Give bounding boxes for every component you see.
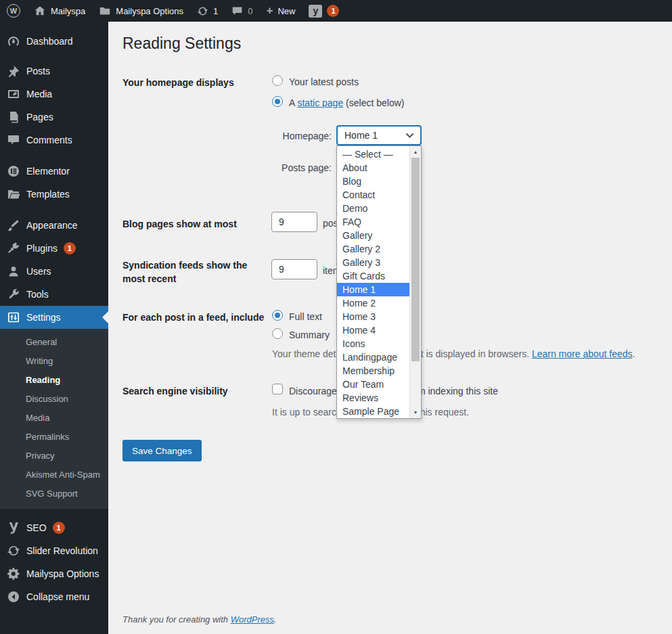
sidebar-item-label: Settings xyxy=(26,311,61,323)
feed-description: Your theme determines how content is dis… xyxy=(272,348,635,360)
new-label: New xyxy=(277,6,295,16)
update-count: 1 xyxy=(213,6,218,16)
yoast-badge: 1 xyxy=(327,5,339,17)
wp-logo-menu[interactable]: W xyxy=(0,0,27,22)
scroll-down-button[interactable]: ▼ xyxy=(410,407,421,418)
dropdown-option[interactable]: FAQ xyxy=(337,215,409,229)
dropdown-option[interactable]: Gallery 2 xyxy=(337,242,409,256)
dropdown-option[interactable]: Home 2 xyxy=(337,296,409,310)
summary-label[interactable]: Summary xyxy=(289,329,330,341)
dropdown-option[interactable]: Home 4 xyxy=(337,323,409,337)
sidebar-item-label: Templates xyxy=(26,188,70,200)
submenu-item-discussion[interactable]: Discussion xyxy=(0,390,108,409)
sidebar-item-comments[interactable]: Comments xyxy=(0,129,108,152)
submenu-item-akismet[interactable]: Akismet Anti-Spam xyxy=(0,466,108,484)
sidebar-item-label: Media xyxy=(26,88,52,100)
media-icon xyxy=(7,87,20,101)
site-name-menu[interactable]: Mailyspa xyxy=(27,0,92,22)
feed-description-period: . xyxy=(633,348,635,359)
submenu-item-general[interactable]: General xyxy=(0,333,108,352)
comments-icon xyxy=(7,133,20,147)
full-text-radio[interactable] xyxy=(272,310,283,321)
submenu-item-privacy[interactable]: Privacy xyxy=(0,447,108,466)
blog-pages-input[interactable]: 9 xyxy=(271,212,317,232)
latest-posts-radio[interactable] xyxy=(272,75,283,86)
sidebar-item-dashboard[interactable]: Dashboard xyxy=(0,30,108,53)
homepage-listbox-options: — Select —AboutBlogContactDemoFAQGallery… xyxy=(337,146,409,418)
sidebar-item-label: Elementor xyxy=(26,165,70,177)
site-name-label: Mailyspa xyxy=(51,6,85,16)
active-item-arrow xyxy=(102,311,108,323)
sidebar-item-collapse-menu[interactable]: Collapse menu xyxy=(0,585,108,608)
full-text-label[interactable]: Full text xyxy=(289,311,322,323)
submenu-item-svg-support[interactable]: SVG Support xyxy=(0,484,108,503)
sidebar-item-templates[interactable]: Templates xyxy=(0,183,108,206)
settings-submenu: General Writing Reading Discussion Media… xyxy=(0,329,108,509)
sidebar-item-plugins[interactable]: Plugins 1 xyxy=(0,237,108,260)
sidebar-item-users[interactable]: Users xyxy=(0,260,108,283)
submenu-item-media[interactable]: Media xyxy=(0,409,108,428)
sidebar-item-seo[interactable]: SEO 1 xyxy=(0,516,108,539)
sidebar-item-elementor[interactable]: Elementor xyxy=(0,160,108,183)
sidebar-item-appearance[interactable]: Appearance xyxy=(0,214,108,237)
dropdown-option[interactable]: Gift Cards xyxy=(337,269,409,283)
dropdown-option[interactable]: Demo xyxy=(337,202,409,215)
yoast-seo-icon xyxy=(7,521,20,535)
dropdown-option[interactable]: About xyxy=(337,161,409,175)
submenu-item-reading[interactable]: Reading xyxy=(0,371,108,390)
static-page-label[interactable]: A static page (select below) xyxy=(289,97,404,109)
dropdown-option[interactable]: Sample Page xyxy=(337,405,409,418)
submenu-item-permalinks[interactable]: Permalinks xyxy=(0,428,108,447)
summary-radio[interactable] xyxy=(272,328,283,339)
save-changes-button[interactable]: Save Changes xyxy=(122,440,202,461)
sidebar-item-pages[interactable]: Pages xyxy=(0,106,108,129)
dropdown-option[interactable]: Icons xyxy=(337,337,409,350)
discourage-checkbox[interactable] xyxy=(272,384,283,394)
collapse-icon xyxy=(7,590,20,604)
updates-menu[interactable]: 1 xyxy=(190,0,225,22)
yoast-icon: y xyxy=(309,5,322,18)
plugins-badge: 1 xyxy=(64,242,76,254)
yoast-menu[interactable]: y 1 xyxy=(302,0,346,22)
scrollbar-thumb[interactable] xyxy=(411,158,420,361)
dropdown-option[interactable]: Gallery 3 xyxy=(337,256,409,269)
dropdown-option[interactable]: Blog xyxy=(337,175,409,188)
dropdown-option[interactable]: Our Team xyxy=(337,378,409,391)
learn-more-feeds-link[interactable]: Learn more about feeds xyxy=(532,348,633,359)
dropdown-option[interactable]: Contact xyxy=(337,188,409,202)
footer-credit: Thank you for creating with WordPress. xyxy=(122,614,277,625)
sidebar-item-slider-revolution[interactable]: Slider Revolution xyxy=(0,539,108,562)
dropdown-option[interactable]: Gallery xyxy=(337,229,409,242)
sidebar-item-label: Users xyxy=(26,265,51,277)
sidebar-item-settings[interactable]: Settings xyxy=(0,306,108,329)
comments-menu[interactable]: 0 xyxy=(225,0,259,22)
sidebar-item-label: Pages xyxy=(26,111,53,123)
sidebar-item-mailyspa-options[interactable]: Mailyspa Options xyxy=(0,562,108,585)
mailyspa-options-label: Mailyspa Options xyxy=(116,6,183,16)
static-page-link[interactable]: static page xyxy=(297,97,343,108)
new-menu[interactable]: + New xyxy=(259,0,302,22)
sidebar-item-label: Mailyspa Options xyxy=(26,568,99,580)
dropdown-option[interactable]: Reviews xyxy=(337,391,409,405)
latest-posts-label[interactable]: Your latest posts xyxy=(289,76,359,88)
dropdown-option[interactable]: Home 3 xyxy=(337,310,409,323)
static-suffix: (select below) xyxy=(343,97,404,108)
sidebar-item-tools[interactable]: Tools xyxy=(0,283,108,306)
wordpress-logo-icon: W xyxy=(7,4,20,18)
submenu-item-writing[interactable]: Writing xyxy=(0,352,108,371)
static-prefix: A xyxy=(289,97,297,108)
wordpress-link[interactable]: WordPress xyxy=(231,614,274,625)
homepage-select[interactable]: Home 1 xyxy=(336,125,422,145)
mailyspa-options-menu[interactable]: Mailyspa Options xyxy=(92,0,190,22)
sidebar-item-posts[interactable]: Posts xyxy=(0,60,108,83)
admin-sidebar: Dashboard Posts Media Pages Comments Ele… xyxy=(0,22,108,634)
dropdown-option[interactable]: Membership xyxy=(337,364,409,378)
syndication-input[interactable]: 9 xyxy=(271,259,317,279)
scroll-up-button[interactable]: ▲ xyxy=(410,146,421,158)
dropdown-option[interactable]: Home 1 xyxy=(337,283,409,296)
sidebar-item-media[interactable]: Media xyxy=(0,83,108,106)
dropdown-option[interactable]: — Select — xyxy=(337,148,409,161)
dropdown-option[interactable]: Landingpage xyxy=(337,350,409,364)
static-page-radio[interactable] xyxy=(272,96,283,107)
dropdown-scrollbar[interactable]: ▲ ▼ xyxy=(409,146,421,418)
